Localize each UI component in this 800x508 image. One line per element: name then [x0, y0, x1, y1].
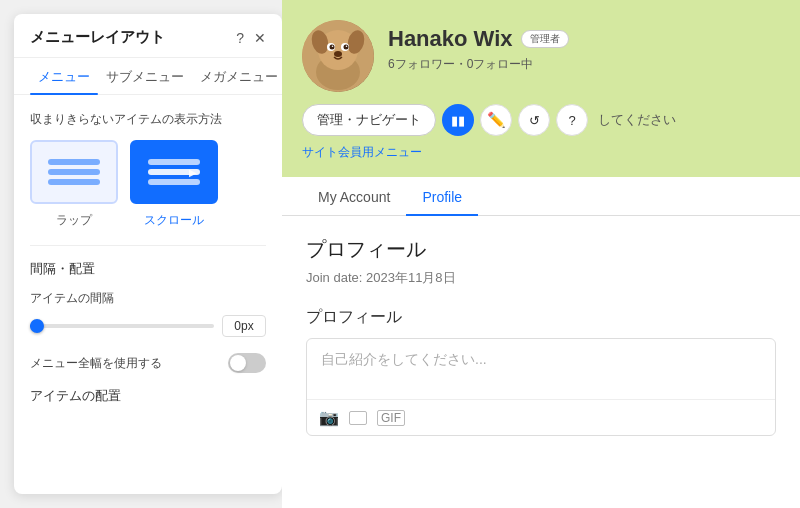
site-member-menu[interactable]: サイト会員用メニュー — [302, 144, 780, 161]
profile-stats: 6フォロワー・0フォロー中 — [388, 56, 569, 73]
profile-header: Hanako Wix 管理者 6フォロワー・0フォロー中 管理・ナビゲート ▮▮… — [282, 0, 800, 177]
scroll-label: スクロール — [130, 212, 218, 229]
wrap-label: ラップ — [30, 212, 118, 229]
profile-sub-heading: プロフィール — [306, 307, 776, 328]
admin-badge: 管理者 — [521, 30, 569, 48]
item-align-label: アイテムの配置 — [30, 387, 266, 405]
slider-thumb[interactable] — [30, 319, 44, 333]
svg-point-11 — [334, 51, 342, 57]
profile-header-content: Hanako Wix 管理者 6フォロワー・0フォロー中 — [302, 20, 780, 92]
full-width-toggle[interactable] — [228, 353, 266, 373]
tab-megamenu[interactable]: メガメニュー — [192, 58, 282, 94]
svg-point-10 — [346, 45, 348, 47]
close-icon[interactable]: ✕ — [254, 31, 266, 45]
camera-icon[interactable]: 📷 — [319, 408, 339, 427]
panel-tabs: メニュー サブメニュー メガメニュー — [14, 58, 282, 95]
overflow-labels: ラップ スクロール — [30, 212, 266, 229]
profile-content: プロフィール Join date: 2023年11月8日 プロフィール 自己紹介… — [282, 216, 800, 508]
panel-title: メニューレイアウト — [30, 28, 165, 47]
profile-name: Hanako Wix 管理者 — [388, 26, 569, 52]
tab-my-account[interactable]: My Account — [302, 177, 406, 215]
panel-body: 収まりきらないアイテムの表示方法 ▶ — [14, 95, 282, 494]
slider-value[interactable]: 0px — [222, 315, 266, 337]
spacing-section: 間隔・配置 アイテムの間隔 0px メニュー全幅を使用する — [30, 245, 266, 373]
bio-toolbar: 📷 GIF — [307, 399, 775, 435]
menu-line-2 — [48, 169, 100, 175]
spacing-slider-track[interactable] — [30, 324, 214, 328]
bio-placeholder[interactable]: 自己紹介をしてください... — [307, 339, 775, 399]
manage-navigate-button[interactable]: 管理・ナビゲート — [302, 104, 436, 136]
edit-icon-button[interactable]: ▮▮ — [442, 104, 474, 136]
join-date: Join date: 2023年11月8日 — [306, 269, 776, 287]
item-spacing-label: アイテムの間隔 — [30, 290, 266, 307]
profile-tab-nav: My Account Profile — [282, 177, 800, 216]
image-icon[interactable] — [349, 411, 367, 425]
panel-header-icons: ? ✕ — [236, 31, 266, 45]
menu-line-1 — [48, 159, 100, 165]
tab-profile[interactable]: Profile — [406, 177, 478, 215]
right-panel: Hanako Wix 管理者 6フォロワー・0フォロー中 管理・ナビゲート ▮▮… — [282, 0, 800, 508]
overflow-options: ▶ — [30, 140, 266, 204]
panel-header: メニューレイアウト ? ✕ — [14, 14, 282, 58]
tab-submenu[interactable]: サブメニュー — [98, 58, 192, 94]
svg-point-8 — [344, 45, 349, 50]
menu-line-3 — [48, 179, 100, 185]
spacing-title: 間隔・配置 — [30, 260, 266, 278]
full-width-label: メニュー全幅を使用する — [30, 355, 162, 372]
bio-box: 自己紹介をしてください... 📷 GIF — [306, 338, 776, 436]
more-text: してください — [598, 111, 676, 129]
profile-heading: プロフィール — [306, 236, 776, 263]
pencil-icon-button[interactable]: ✏️ — [480, 104, 512, 136]
menu-layout-panel: メニューレイアウト ? ✕ メニュー サブメニュー メガメニュー 収まりきらない… — [14, 14, 282, 494]
avatar — [302, 20, 374, 92]
spacing-slider-row: 0px — [30, 315, 266, 337]
help-circle-icon-button[interactable]: ? — [556, 104, 588, 136]
avatar-image — [302, 20, 374, 92]
overflow-wrap-option[interactable] — [30, 140, 118, 204]
overflow-scroll-option[interactable]: ▶ — [130, 140, 218, 204]
overflow-section-title: 収まりきらないアイテムの表示方法 — [30, 111, 266, 128]
gif-icon[interactable]: GIF — [377, 410, 405, 426]
menu-line-b — [148, 179, 200, 185]
full-width-row: メニュー全幅を使用する — [30, 353, 266, 373]
help-icon[interactable]: ? — [236, 31, 244, 45]
svg-point-9 — [332, 45, 334, 47]
toolbar-row: 管理・ナビゲート ▮▮ ✏️ ↺ ? してください — [302, 104, 780, 136]
profile-info: Hanako Wix 管理者 6フォロワー・0フォロー中 — [388, 20, 569, 73]
refresh-icon-button[interactable]: ↺ — [518, 104, 550, 136]
svg-point-7 — [330, 45, 335, 50]
menu-line-arrow: ▶ — [148, 169, 200, 175]
tab-menu[interactable]: メニュー — [30, 58, 98, 94]
menu-line-a — [148, 159, 200, 165]
